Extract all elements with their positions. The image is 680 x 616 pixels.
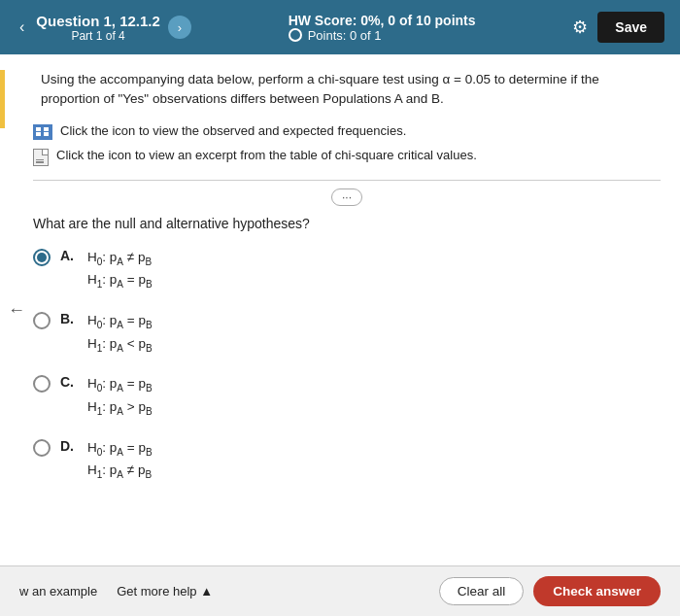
option-c-content: H0: pA = pB H1: pA > pB — [87, 373, 153, 419]
header-left: ‹ Question 1, 12.1.2 Part 1 of 4 › — [16, 13, 191, 43]
option-c[interactable]: C. H0: pA = pB H1: pA > pB — [33, 373, 661, 419]
option-c-line2: H1: pA > pB — [87, 396, 153, 420]
footer-left: w an example Get more help ▲ — [19, 584, 213, 599]
options-list: A. H0: pA ≠ pB H1: pA = pB B. H0: pA = p… — [33, 247, 661, 484]
points-label: Points: 0 of 1 — [308, 28, 382, 43]
radio-a[interactable] — [33, 249, 51, 266]
icon-row-chi-square[interactable]: Click the icon to view an excerpt from t… — [33, 148, 661, 166]
points-row: Points: 0 of 1 — [289, 28, 382, 43]
option-c-label: C. — [60, 374, 74, 390]
option-a-line2: H1: pA = pB — [87, 269, 153, 292]
option-d-content: H0: pA = pB H1: pA ≠ pB — [87, 437, 153, 483]
forward-nav-arrow[interactable]: › — [168, 16, 191, 39]
radio-b[interactable] — [33, 312, 51, 329]
header: ‹ Question 1, 12.1.2 Part 1 of 4 › HW Sc… — [0, 0, 680, 54]
option-b[interactable]: B. H0: pA = pB H1: pA < pB — [33, 310, 661, 356]
footer-right: Clear all Check answer — [439, 576, 661, 606]
option-c-line1: H0: pA = pB — [87, 373, 153, 396]
icon2-text: Click the icon to view an excerpt from t… — [56, 148, 477, 162]
save-button[interactable]: Save — [597, 12, 664, 43]
page-back-arrow[interactable]: ← — [8, 300, 25, 321]
points-circle-icon — [289, 28, 302, 42]
radio-c[interactable] — [33, 375, 51, 393]
question-label: What are the null and alternative hypoth… — [33, 216, 661, 231]
ellipsis-pill[interactable]: ··· — [331, 188, 362, 206]
radio-a-inner — [37, 253, 47, 262]
clear-all-button[interactable]: Clear all — [439, 577, 525, 605]
question-info: Question 1, 12.1.2 Part 1 of 4 — [36, 13, 160, 43]
doc-icon — [33, 149, 49, 166]
footer: w an example Get more help ▲ Clear all C… — [0, 565, 680, 616]
option-a-label: A. — [60, 248, 74, 263]
hw-score-label: HW Score: 0%, 0 of 10 points — [289, 13, 476, 28]
example-link[interactable]: w an example — [19, 584, 97, 599]
option-a[interactable]: A. H0: pA ≠ pB H1: pA = pB — [33, 247, 661, 292]
radio-d[interactable] — [33, 439, 51, 457]
option-a-line1: H0: pA ≠ pB — [87, 247, 153, 270]
divider — [33, 180, 661, 181]
main-content: ← Using the accompanying data below, per… — [0, 54, 680, 565]
left-accent-bar — [0, 70, 5, 128]
question-title: Question 1, 12.1.2 — [36, 13, 160, 29]
icon-row-frequencies[interactable]: Click the icon to view the observed and … — [33, 123, 661, 140]
option-b-line1: H0: pA = pB — [87, 310, 153, 333]
option-a-content: H0: pA ≠ pB H1: pA = pB — [87, 247, 153, 292]
back-nav-arrow[interactable]: ‹ — [16, 15, 28, 40]
help-link[interactable]: Get more help ▲ — [117, 584, 213, 599]
option-d[interactable]: D. H0: pA = pB H1: pA ≠ pB — [33, 437, 661, 483]
header-center: HW Score: 0%, 0 of 10 points Points: 0 o… — [289, 13, 476, 43]
option-b-line2: H1: pA < pB — [87, 333, 153, 357]
icon1-text: Click the icon to view the observed and … — [60, 123, 406, 138]
problem-text: Using the accompanying data below, perfo… — [41, 70, 661, 110]
header-right: ⚙ Save — [572, 12, 664, 43]
gear-icon[interactable]: ⚙ — [572, 17, 588, 38]
check-answer-button[interactable]: Check answer — [533, 576, 661, 606]
option-b-content: H0: pA = pB H1: pA < pB — [87, 310, 153, 356]
question-part: Part 1 of 4 — [71, 29, 124, 43]
option-d-label: D. — [60, 438, 74, 454]
ellipsis-button[interactable]: ··· — [33, 188, 661, 206]
table-icon — [33, 124, 52, 140]
option-b-label: B. — [60, 311, 74, 326]
option-d-line1: H0: pA = pB — [87, 437, 153, 461]
option-d-line2: H1: pA ≠ pB — [87, 460, 153, 483]
